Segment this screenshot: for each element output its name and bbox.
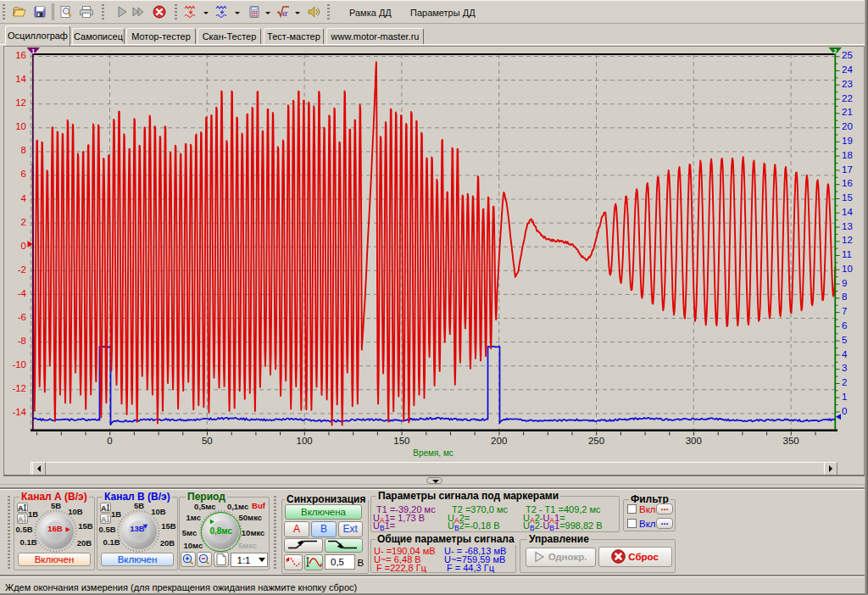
svg-text:α: α [282,8,288,18]
